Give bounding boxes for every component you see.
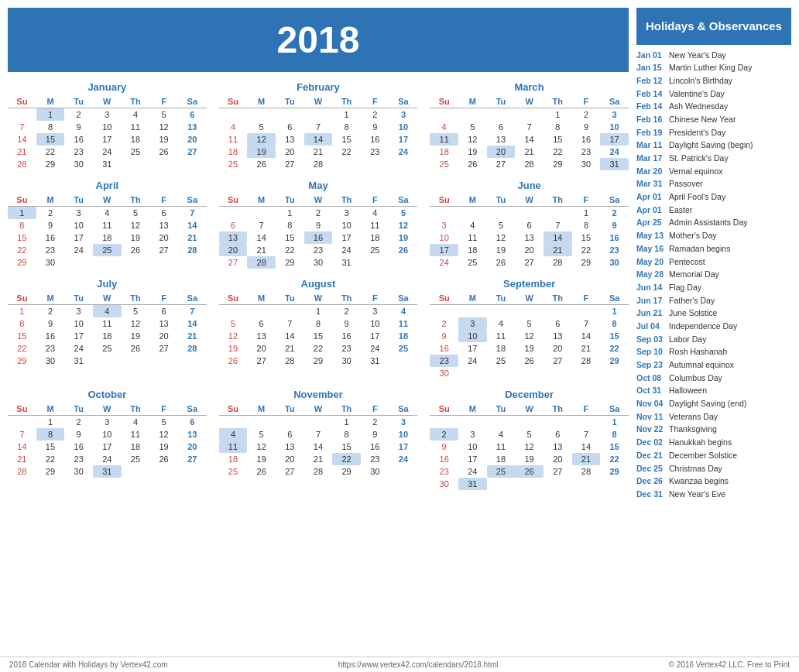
list-item: May 13Mother's Day bbox=[636, 230, 791, 242]
holiday-name: Veterans Day bbox=[669, 411, 718, 423]
calendar-day: 14 bbox=[544, 231, 572, 244]
calendar-day: 1 bbox=[304, 305, 333, 318]
calendar-day: 7 bbox=[304, 121, 333, 133]
calendar-day bbox=[515, 108, 544, 122]
calendar-day: 20 bbox=[219, 244, 248, 256]
day-header: Th bbox=[332, 292, 361, 305]
holiday-date: Feb 12 bbox=[636, 75, 666, 87]
calendar-day: 28 bbox=[8, 465, 36, 478]
calendar-day: 23 bbox=[572, 146, 601, 158]
day-header: M bbox=[36, 403, 65, 416]
calendar-day: 14 bbox=[8, 441, 36, 453]
calendar-day: 23 bbox=[600, 244, 629, 256]
holiday-date: Dec 25 bbox=[636, 463, 666, 475]
holiday-name: Father's Day bbox=[669, 295, 715, 307]
calendar-day: 15 bbox=[600, 441, 629, 453]
month-title: January bbox=[8, 81, 207, 93]
holiday-name: Ramadan begins bbox=[669, 243, 730, 255]
calendar-day: 23 bbox=[64, 146, 93, 158]
calendar-day: 1 bbox=[600, 416, 629, 429]
holiday-name: Flag Day bbox=[669, 282, 701, 293]
list-item: Feb 12Lincoln's Birthday bbox=[636, 75, 791, 87]
calendar-day: 13 bbox=[149, 317, 178, 330]
holidays-section: Holidays & Observances Jan 01New Year's … bbox=[636, 8, 791, 644]
calendar-day: 6 bbox=[515, 219, 544, 231]
calendar-day: 24 bbox=[64, 342, 93, 355]
calendar-day: 30 bbox=[36, 355, 65, 367]
holiday-name: Chinese New Year bbox=[669, 114, 736, 125]
calendar-day: 26 bbox=[149, 146, 178, 158]
calendar-day: 16 bbox=[361, 133, 389, 146]
holiday-name: Martin Luther King Day bbox=[669, 62, 752, 74]
day-header: M bbox=[458, 194, 487, 207]
calendar-day: 1 bbox=[8, 207, 36, 220]
calendar-day: 10 bbox=[64, 317, 93, 330]
holiday-date: Sep 23 bbox=[636, 359, 666, 371]
holiday-date: May 20 bbox=[636, 256, 666, 268]
calendar-day: 5 bbox=[122, 305, 150, 318]
list-item: Apr 25Admin Assistants Day bbox=[636, 217, 791, 228]
day-header: Th bbox=[122, 403, 150, 416]
calendar-day: 22 bbox=[332, 146, 361, 158]
holiday-date: Dec 21 bbox=[636, 450, 666, 461]
calendar-day: 22 bbox=[36, 146, 65, 158]
holiday-date: Sep 03 bbox=[636, 334, 666, 345]
calendar-day: 15 bbox=[36, 441, 65, 453]
calendar-day: 8 bbox=[36, 121, 65, 133]
calendar-day: 13 bbox=[544, 441, 572, 453]
day-header: F bbox=[149, 292, 178, 305]
calendar-day: 8 bbox=[8, 317, 36, 330]
calendar-day: 3 bbox=[361, 305, 389, 318]
list-item: Jun 17Father's Day bbox=[636, 295, 791, 307]
calendar-day bbox=[389, 158, 418, 170]
calendar-day: 23 bbox=[430, 355, 458, 367]
month-block: AugustSuMTuWThFSa12345678910111213141516… bbox=[219, 278, 418, 379]
calendar-day: 4 bbox=[122, 416, 150, 429]
main-container: 2018 JanuarySuMTuWThFSa12345678910111213… bbox=[0, 0, 799, 652]
holiday-name: Ash Wednesday bbox=[669, 101, 728, 112]
calendar-day: 19 bbox=[247, 453, 276, 465]
calendar-day: 3 bbox=[430, 219, 458, 231]
calendar-day: 25 bbox=[219, 465, 248, 478]
calendar-day: 5 bbox=[247, 428, 276, 441]
calendar-day: 15 bbox=[600, 330, 629, 342]
calendar-day: 8 bbox=[600, 317, 629, 330]
calendar-day: 6 bbox=[149, 207, 178, 220]
day-header: Su bbox=[430, 95, 458, 108]
calendar-day: 28 bbox=[178, 244, 207, 256]
calendar-day: 16 bbox=[430, 342, 458, 355]
calendar-day: 1 bbox=[8, 305, 36, 318]
calendar-day: 29 bbox=[8, 355, 36, 367]
day-header: W bbox=[304, 95, 333, 108]
calendar-day bbox=[458, 305, 487, 318]
calendar-day: 6 bbox=[544, 428, 572, 441]
day-header: Tu bbox=[276, 194, 304, 207]
calendar-day: 7 bbox=[572, 428, 601, 441]
day-header: Su bbox=[8, 292, 36, 305]
calendar-day: 19 bbox=[219, 342, 248, 355]
month-block: JuneSuMTuWThFSa1234567891011121314151617… bbox=[430, 180, 629, 269]
calendar-day: 22 bbox=[332, 453, 361, 465]
calendar-day: 5 bbox=[247, 121, 276, 133]
calendar-day: 6 bbox=[247, 317, 276, 330]
month-block: JanuarySuMTuWThFSa1234567891011121314151… bbox=[8, 81, 207, 170]
calendar-day: 20 bbox=[544, 453, 572, 465]
calendar-day: 26 bbox=[122, 342, 150, 355]
list-item: Jul 04Independence Day bbox=[636, 321, 791, 332]
list-item: Dec 21December Solstice bbox=[636, 450, 791, 461]
calendar-day bbox=[487, 207, 516, 220]
calendar-day: 19 bbox=[149, 133, 178, 146]
calendar-day: 7 bbox=[544, 219, 572, 231]
calendar-day: 9 bbox=[600, 219, 629, 231]
calendar-day: 7 bbox=[8, 428, 36, 441]
list-item: Nov 04Daylight Saving (end) bbox=[636, 398, 791, 410]
day-header: Su bbox=[430, 403, 458, 416]
calendar-day: 18 bbox=[93, 330, 122, 342]
calendar-day bbox=[149, 158, 178, 170]
list-item: Nov 22Thanksgiving bbox=[636, 423, 791, 435]
calendar-day: 24 bbox=[64, 244, 93, 256]
calendar-day bbox=[430, 108, 458, 122]
calendar-day: 31 bbox=[361, 355, 389, 367]
calendar-day: 24 bbox=[93, 146, 122, 158]
list-item: Jun 21June Solstice bbox=[636, 307, 791, 319]
